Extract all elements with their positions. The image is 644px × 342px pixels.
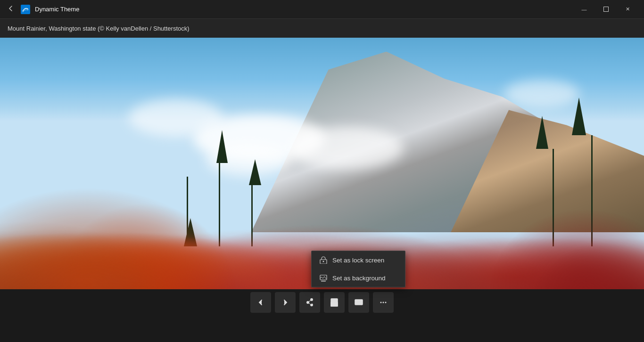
svg-rect-5 (321, 281, 326, 282)
svg-point-12 (385, 302, 387, 303)
title-bar-left: Dynamic Theme (6, 3, 79, 15)
caption-bar: Mount Rainier, Washington state (© Kelly… (0, 19, 644, 38)
lock-screen-label: Set as lock screen (332, 257, 384, 264)
set-lock-screen-item[interactable]: Set as lock screen (312, 251, 405, 269)
window-controls: — ✕ (573, 2, 638, 17)
back-button[interactable] (250, 292, 271, 313)
title-bar: Dynamic Theme — ✕ (0, 0, 644, 19)
svg-point-11 (383, 302, 384, 303)
app-icon (21, 5, 30, 14)
svg-rect-1 (603, 7, 608, 12)
back-nav-icon[interactable] (6, 3, 16, 15)
svg-point-3 (323, 261, 324, 262)
save-button[interactable] (324, 292, 345, 313)
svg-rect-0 (21, 5, 30, 14)
tree-top-r1 (572, 98, 586, 135)
caption-text: Mount Rainier, Washington state (© Kelly… (8, 25, 190, 32)
background-icon (319, 274, 328, 282)
lock-screen-icon (319, 256, 328, 264)
slideshow-button[interactable] (348, 292, 369, 313)
background-label: Set as background (332, 275, 386, 282)
maximize-button[interactable] (595, 2, 617, 17)
share-button[interactable] (299, 292, 320, 313)
image-area: Set as lock screen Set as background (0, 38, 644, 316)
cloud-2 (129, 99, 223, 137)
app-title: Dynamic Theme (35, 6, 79, 13)
set-background-item[interactable]: Set as background (312, 269, 405, 287)
svg-point-10 (380, 302, 382, 303)
more-button[interactable] (373, 292, 394, 313)
minimize-button[interactable]: — (573, 2, 595, 17)
tree-top-r2 (536, 116, 548, 149)
forward-button[interactable] (275, 292, 296, 313)
cloud-3 (504, 80, 579, 108)
svg-rect-7 (332, 299, 336, 301)
close-button[interactable]: ✕ (617, 2, 638, 17)
context-menu: Set as lock screen Set as background (311, 251, 405, 287)
bottom-toolbar (0, 289, 644, 316)
